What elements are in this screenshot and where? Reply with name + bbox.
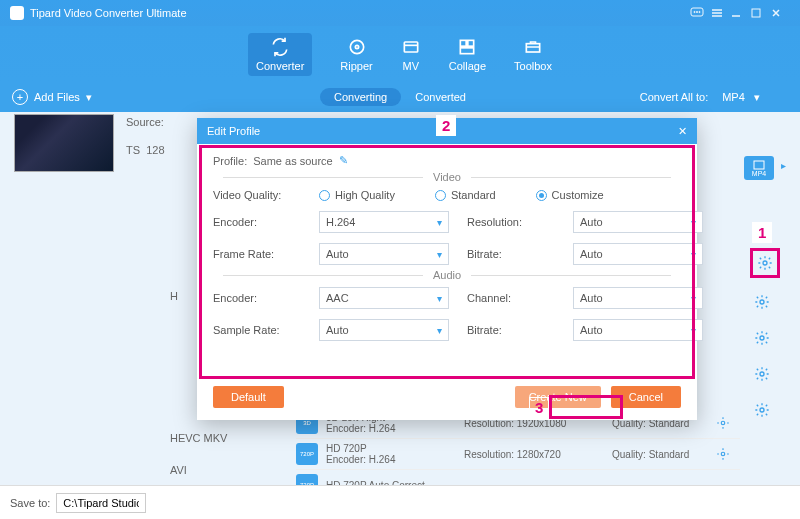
audio-section-label: Audio xyxy=(213,269,681,281)
gear-icon[interactable] xyxy=(754,402,770,418)
callout-1-frame xyxy=(750,248,780,278)
gear-icon[interactable] xyxy=(716,416,730,430)
svg-point-3 xyxy=(699,11,700,12)
tab-converted[interactable]: Converted xyxy=(401,88,480,106)
quality-high-radio[interactable]: High Quality xyxy=(319,189,395,201)
status-tabs: Converting Converted xyxy=(320,88,480,106)
video-thumbnail[interactable] xyxy=(14,114,114,172)
svg-rect-11 xyxy=(526,43,539,51)
audio-samplerate-label: Sample Rate: xyxy=(213,324,301,336)
svg-rect-9 xyxy=(468,40,474,46)
converter-icon xyxy=(270,37,290,57)
nav-ripper[interactable]: Ripper xyxy=(340,37,372,72)
svg-point-13 xyxy=(763,261,767,265)
video-encoder-label: Encoder: xyxy=(213,216,301,228)
edit-profile-name-icon[interactable]: ✎ xyxy=(339,154,348,167)
video-framerate-select[interactable]: Auto xyxy=(319,243,449,265)
collage-icon xyxy=(457,37,477,57)
chevron-down-icon: ▾ xyxy=(86,91,92,104)
close-icon[interactable] xyxy=(770,7,790,19)
format-icon: 720P xyxy=(296,443,318,465)
add-files-button[interactable]: + Add Files ▾ xyxy=(12,89,92,105)
quality-customize-radio[interactable]: Customize xyxy=(536,189,604,201)
film-icon xyxy=(753,160,765,170)
svg-rect-12 xyxy=(754,161,764,169)
gear-icon[interactable] xyxy=(754,366,770,382)
gear-icon[interactable] xyxy=(716,447,730,461)
cancel-button[interactable]: Cancel xyxy=(611,386,681,408)
format-row[interactable]: 720P HD 720PEncoder: H.264 Resolution: 1… xyxy=(296,439,740,470)
audio-encoder-select[interactable]: AAC xyxy=(319,287,449,309)
audio-channel-label: Channel: xyxy=(467,292,555,304)
menu-icon[interactable] xyxy=(710,7,730,19)
create-new-button[interactable]: Create New xyxy=(515,386,601,408)
category-item[interactable]: HEVC MKV xyxy=(162,422,282,454)
video-bitrate-label: Bitrate: xyxy=(467,248,555,260)
saveto-input[interactable] xyxy=(56,493,146,513)
file-row: Source: TS 128 xyxy=(14,114,165,172)
video-encoder-select[interactable]: H.264 xyxy=(319,211,449,233)
callout-3: 3 xyxy=(529,397,549,418)
gear-icon[interactable] xyxy=(754,294,770,310)
saveto-label: Save to: xyxy=(10,497,50,509)
app-title: Tipard Video Converter Ultimate xyxy=(30,7,187,19)
video-resolution-label: Resolution: xyxy=(467,216,555,228)
feedback-icon[interactable] xyxy=(690,7,710,19)
audio-channel-select[interactable]: Auto xyxy=(573,287,703,309)
svg-point-18 xyxy=(721,421,725,425)
convert-all-label: Convert All to: xyxy=(640,91,708,103)
nav-converter[interactable]: Converter xyxy=(248,33,312,76)
bottom-bar: Save to: xyxy=(0,485,800,519)
nav-mv[interactable]: MV xyxy=(401,37,421,72)
svg-rect-10 xyxy=(461,47,474,53)
profile-label: Profile: xyxy=(213,155,247,167)
svg-rect-7 xyxy=(404,42,417,52)
category-item[interactable]: AVI xyxy=(162,454,282,486)
svg-point-5 xyxy=(350,40,363,53)
gear-icon[interactable] xyxy=(754,330,770,346)
dialog-title: Edit Profile xyxy=(207,125,260,137)
dialog-close-icon[interactable]: ✕ xyxy=(678,125,687,138)
video-quality-label: Video Quality: xyxy=(213,189,301,201)
nav-label: Toolbox xyxy=(514,60,552,72)
svg-point-16 xyxy=(760,372,764,376)
quality-standard-radio[interactable]: Standard xyxy=(435,189,496,201)
nav-collage[interactable]: Collage xyxy=(449,37,486,72)
svg-point-19 xyxy=(721,452,725,456)
svg-point-17 xyxy=(760,408,764,412)
callout-2: 2 xyxy=(436,115,456,136)
nav-toolbox[interactable]: Toolbox xyxy=(514,37,552,72)
svg-point-2 xyxy=(696,11,697,12)
tab-converting[interactable]: Converting xyxy=(320,88,401,106)
svg-point-6 xyxy=(355,45,358,48)
profile-line: Profile: Same as source ✎ xyxy=(213,154,681,167)
svg-rect-4 xyxy=(752,9,760,17)
add-files-label: Add Files xyxy=(34,91,80,103)
audio-bitrate-select[interactable]: Auto xyxy=(573,319,703,341)
output-format-badge[interactable]: MP4 xyxy=(744,156,774,180)
video-bitrate-select[interactable]: Auto xyxy=(573,243,703,265)
audio-bitrate-label: Bitrate: xyxy=(467,324,555,336)
mv-icon xyxy=(401,37,421,57)
default-button[interactable]: Default xyxy=(213,386,284,408)
convert-all-select[interactable]: MP4 ▾ xyxy=(714,89,788,106)
title-bar: Tipard Video Converter Ultimate xyxy=(0,0,800,26)
edit-profile-dialog: Edit Profile ✕ Profile: Same as source ✎… xyxy=(197,118,697,420)
audio-samplerate-select[interactable]: Auto xyxy=(319,319,449,341)
convert-all-control: Convert All to: MP4 ▾ xyxy=(640,89,788,106)
minimize-icon[interactable] xyxy=(730,7,750,19)
nav-label: Collage xyxy=(449,60,486,72)
file-info: Source: TS 128 xyxy=(126,114,165,172)
toolbox-icon xyxy=(523,37,543,57)
source-label: Source: xyxy=(126,116,165,128)
video-resolution-select[interactable]: Auto xyxy=(573,211,703,233)
main-nav: Converter Ripper MV Collage Toolbox xyxy=(0,26,800,82)
gear-icon[interactable] xyxy=(757,255,773,271)
svg-point-15 xyxy=(760,336,764,340)
video-section-label: Video xyxy=(213,171,681,183)
callout-1: 1 xyxy=(752,222,772,243)
app-logo xyxy=(10,6,24,20)
maximize-icon[interactable] xyxy=(750,7,770,19)
ripper-icon xyxy=(347,37,367,57)
svg-point-14 xyxy=(760,300,764,304)
